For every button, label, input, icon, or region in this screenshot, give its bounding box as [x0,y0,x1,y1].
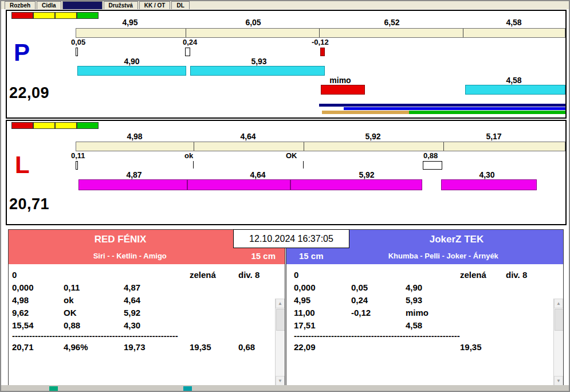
cell: 4,98 [12,294,64,307]
results-list-left[interactable]: 0 zelená div. 8 0,000 0,11 4,87 [9,264,285,386]
cell [238,281,285,294]
marker-label: ok [184,151,193,160]
tab-active[interactable] [62,1,103,9]
table-row: 0 zelená div. 8 [9,269,285,281]
split-segment [186,29,319,37]
cell: 0,24 [351,294,406,307]
total-time-l: 20,71 [9,195,49,213]
legend-red-box [11,122,33,129]
bottom-status-bar [1,385,569,392]
table-row: 0,000 0,11 4,87 [9,281,285,294]
marker-label: 0,24 [183,38,197,46]
marker-label: 0,88 [423,151,438,160]
tab-cidla[interactable]: Cidla [37,1,61,9]
bar-label: 4,58 [506,76,521,85]
cell: 5,93 [406,294,460,307]
marker-box [185,48,190,56]
legend-green-box [77,12,99,19]
time-bar-magenta [78,179,187,190]
cell: zelená [190,269,238,281]
cell: 5,92 [124,307,190,319]
segment-label: 4,58 [506,18,521,27]
cell [460,281,506,294]
table-row: 17,51 4,58 [286,319,563,332]
cell [190,319,238,332]
cell [460,319,506,332]
table-row: 9,62 OK 5,92 [9,307,285,319]
table-row: 4,98 ok 4,64 [9,294,285,307]
split-track [76,28,565,38]
cell: 4,64 [124,294,190,307]
table-row: 4,95 0,24 5,93 [286,294,563,307]
legend-green-box [77,122,99,129]
cell [64,269,124,281]
time-bar-magenta [441,179,537,190]
cell: 4,96% [64,341,124,354]
results-list-right[interactable]: 0 zelená div. 8 0,000 0,05 4,90 [286,264,563,386]
members-row: Siri - - Ketlin - Amigo 15 cm [9,248,285,264]
table-row: 0,000 0,05 4,90 [286,281,563,294]
scrollbar[interactable]: ▲ ▼ [553,299,563,386]
progress-stripe-blue [344,107,565,110]
tab-rozbeh[interactable]: Rozbeh [5,1,36,9]
bar-label: 4,87 [126,170,141,179]
scroll-down-button[interactable]: ▼ [276,376,285,386]
status-square-2 [183,386,192,391]
scroll-up-button[interactable]: ▲ [554,299,563,308]
scroll-thumb[interactable] [276,309,285,331]
split-segment [319,29,463,37]
team-members: Siri - - Ketlin - Amigo [9,252,251,260]
time-bar-cyan [190,66,325,76]
table-row: 11,00 -0,12 mimo [286,307,563,319]
scroll-up-button[interactable]: ▲ [276,299,285,308]
progress-stripe-tan [322,111,409,114]
bar-label: 5,92 [359,170,374,179]
marker-box [76,48,78,56]
total-time-p: 22,09 [9,84,49,102]
cell [190,307,238,319]
tab-kk-ot[interactable]: KK / OT [139,1,171,9]
marker-label: 0,05 [71,38,85,46]
marker-label: OK [286,151,297,160]
tab-dl[interactable]: DL [171,1,189,9]
split-segment [194,142,304,151]
cell: 22,09 [294,341,351,354]
jump-height: 15 cm [251,251,276,261]
tab-druzstva[interactable]: Družstvá [104,1,138,9]
totals-row: 20,71 4,96% 19,73 19,35 0,68 [9,341,285,354]
scrollbar[interactable]: ▲ ▼ [275,299,285,386]
cell: 20,71 [12,341,64,354]
marker-label: -0,12 [312,38,329,46]
marker-box [76,161,78,170]
legend-yellow-box-1 [33,122,55,129]
split-segment [76,142,194,151]
table-row: 15,54 0,88 4,30 [9,319,285,332]
cell: 0,88 [64,319,124,332]
bar-label: 4,90 [124,57,139,66]
bar-label: 4,30 [479,170,494,179]
split-track [76,142,565,151]
track-letter-l: L [15,153,30,177]
bar-label: 4,64 [250,170,265,179]
chevron-down-icon: ▼ [278,378,282,383]
legend-red-box [11,12,33,19]
cell [351,269,406,281]
cell: 17,51 [294,319,351,332]
cell: 4,95 [294,294,351,307]
tab-bar: Rozbeh Cidla Družstvá KK / OT DL [1,1,569,9]
panel-l: 4,98 4,64 5,92 5,17 0,11 ok OK 0,88 4,87… [6,120,567,225]
legend-yellow-box-1 [33,12,55,19]
cell: div. 8 [238,269,285,281]
cell: 19,35 [190,341,238,354]
cell: 11,00 [294,307,351,319]
scroll-down-button[interactable]: ▼ [554,376,563,386]
color-legend [11,122,99,129]
cell [506,281,563,294]
scroll-thumb[interactable] [555,309,563,331]
cell [406,269,460,281]
segment-label: 6,52 [384,18,399,27]
track-letter-p: P [14,41,30,65]
cell [351,341,406,354]
marker-tick [303,161,304,168]
jump-height: 15 cm [299,251,324,261]
